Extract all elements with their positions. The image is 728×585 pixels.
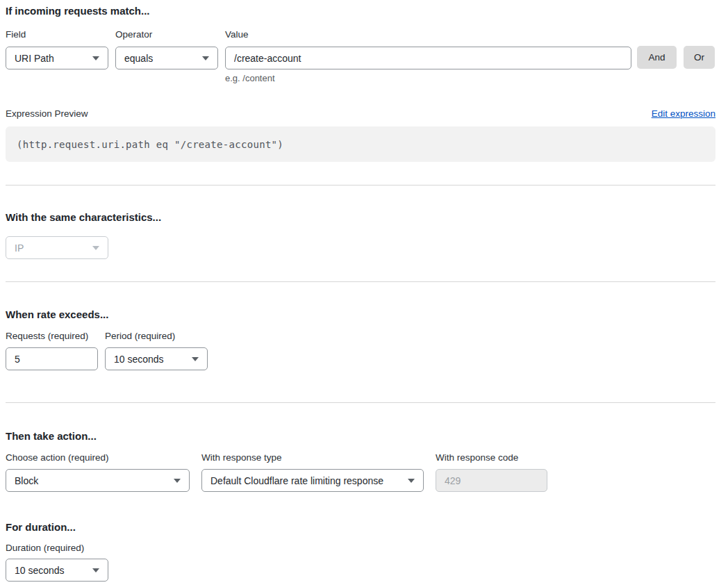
edit-expression-link[interactable]: Edit expression — [652, 108, 715, 120]
section-heading-action: Then take action... — [6, 431, 715, 442]
response-type-select-value: Default Cloudflare rate limiting respons… — [210, 475, 383, 486]
section-heading-characteristics: With the same characteristics... — [6, 212, 715, 223]
rate-controls-row: 10 seconds — [6, 347, 715, 370]
operator-label: Operator — [115, 30, 218, 40]
choose-action-select[interactable]: Block — [6, 469, 190, 492]
action-controls-row: Block Default Cloudflare rate limiting r… — [6, 469, 715, 492]
value-label: Value — [225, 30, 631, 40]
action-labels-row: Choose action (required) With response t… — [6, 453, 715, 463]
operator-group: Operator equals — [115, 30, 218, 69]
characteristics-select: IP — [6, 236, 108, 259]
duration-label: Duration (required) — [6, 543, 715, 553]
chevron-down-icon — [192, 357, 199, 361]
chevron-down-icon — [408, 479, 415, 483]
period-select[interactable]: 10 seconds — [105, 347, 208, 370]
expression-preview-header: Expression Preview Edit expression — [6, 108, 715, 120]
and-button[interactable]: And — [637, 46, 677, 69]
rate-labels-row: Requests (required) Period (required) — [6, 331, 715, 341]
field-group: Field URI Path — [6, 30, 108, 69]
expression-code: (http.request.uri.path eq "/create-accou… — [17, 139, 283, 150]
period-select-value: 10 seconds — [114, 354, 164, 365]
chevron-down-icon — [92, 56, 99, 60]
choose-action-label: Choose action (required) — [6, 453, 201, 463]
value-group: Value e.g. /content — [225, 30, 631, 83]
logic-buttons: And Or — [637, 30, 715, 69]
response-type-label: With response type — [201, 453, 436, 463]
duration-select[interactable]: 10 seconds — [6, 559, 108, 582]
expression-preview-label: Expression Preview — [6, 108, 88, 120]
field-label: Field — [6, 30, 108, 40]
value-hint: e.g. /content — [225, 74, 631, 83]
expression-preview-box: (http.request.uri.path eq "/create-accou… — [6, 126, 715, 162]
section-heading-rate: When rate exceeds... — [6, 309, 715, 320]
duration-select-value: 10 seconds — [15, 565, 65, 576]
chevron-down-icon — [202, 56, 209, 60]
chevron-down-icon — [174, 479, 181, 483]
period-label: Period (required) — [105, 331, 175, 341]
response-code-input — [436, 469, 547, 492]
field-select-value: URI Path — [15, 53, 54, 64]
requests-label: Requests (required) — [6, 331, 105, 341]
value-input[interactable] — [225, 47, 631, 69]
chevron-down-icon — [92, 246, 99, 250]
rate-limiting-rule-form: If incoming requests match... Field URI … — [6, 0, 715, 582]
response-type-select[interactable]: Default Cloudflare rate limiting respons… — [201, 469, 424, 492]
section-divider — [6, 402, 715, 403]
match-fields-row: Field URI Path Operator equals Value e.g… — [6, 30, 715, 83]
section-heading-duration: For duration... — [6, 522, 715, 533]
operator-select[interactable]: equals — [115, 47, 218, 69]
section-heading-incoming-requests: If incoming requests match... — [6, 0, 715, 17]
section-divider — [6, 185, 715, 186]
field-select[interactable]: URI Path — [6, 47, 108, 69]
characteristics-select-value: IP — [15, 242, 24, 254]
response-code-label: With response code — [436, 453, 518, 463]
operator-select-value: equals — [124, 53, 153, 64]
or-button[interactable]: Or — [684, 46, 715, 69]
requests-input[interactable] — [6, 347, 98, 370]
chevron-down-icon — [92, 568, 99, 572]
choose-action-select-value: Block — [15, 475, 38, 486]
section-divider — [6, 281, 715, 282]
